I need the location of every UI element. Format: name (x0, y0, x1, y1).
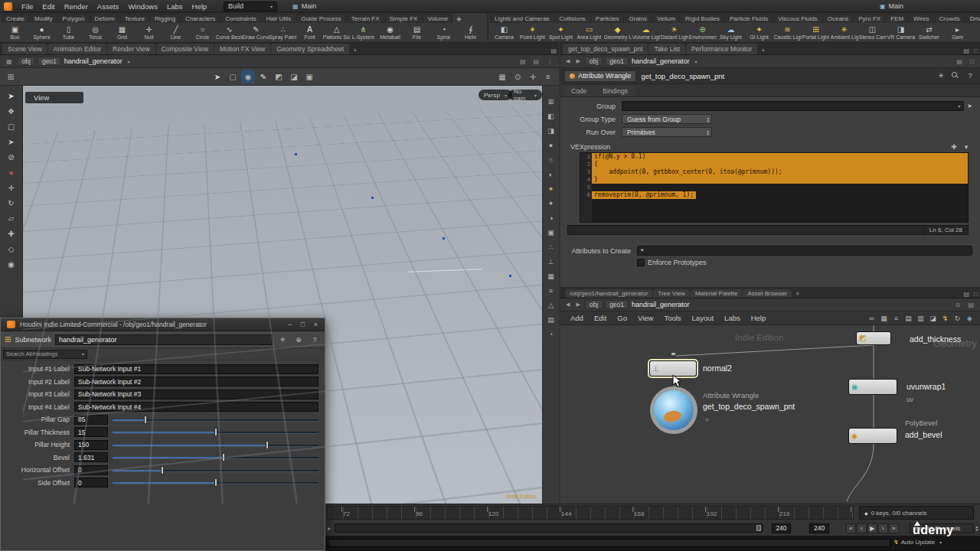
select-tool-icon[interactable]: ➤ (4, 90, 19, 103)
state-indicator-icon[interactable]: ● (4, 166, 19, 179)
shelf-tool[interactable]: ∿ Curve Bezier (216, 23, 243, 42)
shelf-tool[interactable]: ◫ Stereo Camera (858, 23, 887, 42)
enforce-prototypes-checkbox[interactable] (637, 259, 645, 266)
arrow-tool-icon[interactable]: ➤ (4, 135, 19, 148)
shelf-tab[interactable]: Create (2, 14, 29, 23)
menu-item[interactable]: Windows (123, 2, 162, 11)
pin-icon[interactable]: ⊙ (953, 302, 963, 308)
box-select-icon[interactable]: ▢ (226, 70, 240, 83)
shelf-tab[interactable]: Viscous Fluids (773, 14, 822, 23)
pane-tab[interactable]: Motion FX View (214, 44, 270, 54)
shelf-tool[interactable]: ╱ Line (162, 23, 189, 42)
path-chip[interactable]: obj (585, 57, 603, 66)
gallery-icon[interactable]: ▤ (903, 313, 914, 324)
hand-tool-icon[interactable]: ❖ (4, 105, 19, 118)
select-visible-icon[interactable]: ◩ (272, 70, 286, 83)
pane-stow-icon[interactable]: ▤ (548, 47, 559, 54)
new-pane-tab-button[interactable]: + (792, 290, 803, 298)
secure-selection-icon[interactable]: ⊘ (4, 151, 19, 164)
current-node-name[interactable]: handrail_generator (632, 57, 690, 65)
close-button[interactable]: × (309, 321, 322, 328)
network-menu-item[interactable]: Go (612, 314, 632, 322)
pane-tab[interactable]: Animation Editor (48, 44, 106, 54)
perspective-menu-button[interactable]: Persp▾ (479, 90, 512, 100)
timeline-ruler[interactable]: 72 96 120 144 16 (328, 506, 854, 520)
shelf-tab[interactable]: Grains (625, 14, 652, 23)
pane-clone-icon[interactable]: ▤ (531, 58, 541, 65)
box-pick-icon[interactable]: ▢ (4, 120, 19, 133)
lasso-select-icon[interactable]: ◉ (241, 70, 255, 83)
memory-icon[interactable]: ◔ (545, 328, 557, 340)
shelf-tab[interactable]: Volume (423, 14, 452, 23)
param-value-field[interactable]: 150 (74, 440, 108, 450)
expand-editor-icon[interactable]: ✚ (948, 143, 960, 151)
pane-tab[interactable]: Performance Monitor (686, 44, 757, 54)
nav-back-icon[interactable]: ◀ (564, 58, 571, 64)
pane-tab[interactable]: /obj/geo1/handrail_generator (565, 289, 652, 298)
menu-item[interactable]: Edit (38, 2, 59, 11)
nav-forward-icon[interactable]: ▶ (574, 302, 581, 308)
shelf-tool[interactable]: ○ Circle (189, 23, 216, 42)
points-display-icon[interactable]: ∴ (545, 241, 557, 253)
refresh-icon[interactable]: ↻ (952, 313, 963, 324)
menu-item[interactable]: Assets (93, 2, 124, 11)
new-pane-tab-button[interactable]: + (757, 47, 769, 54)
node-uvunwrap1[interactable]: ◉ (848, 379, 897, 395)
high-quality-light-icon[interactable]: ✦ (545, 197, 557, 209)
shaded-mode-icon[interactable]: ● (545, 139, 557, 151)
shelf-tool[interactable]: ☁ Volume Light (632, 23, 660, 42)
param-value-field[interactable]: 0 (74, 478, 108, 487)
shelf-tool[interactable]: ✶ Point Light (518, 23, 547, 42)
pane-tab[interactable]: Render View (107, 44, 155, 54)
update-mode-icon[interactable]: ↯ (939, 313, 951, 324)
shelf-tab[interactable]: Polygon (58, 14, 90, 23)
shelf-tab[interactable]: Terrain FX (347, 14, 384, 23)
search-icon[interactable] (952, 72, 959, 80)
shadows-icon[interactable]: ◑ (545, 212, 557, 223)
shelf-tool[interactable]: ∮ Helix (457, 23, 484, 42)
badges-icon[interactable]: ◪ (927, 313, 939, 324)
pane-tab[interactable]: Tree View (653, 289, 690, 298)
shelf-tool[interactable]: ☀ Distant Light (660, 23, 688, 42)
shelf-tab[interactable]: Vellum (652, 14, 680, 23)
end-frame-field[interactable]: 240 (809, 523, 829, 533)
materials-icon[interactable]: ▣ (545, 227, 557, 238)
prev-frame-button[interactable]: ‹ (857, 523, 867, 533)
folder-tab[interactable]: Bindings (595, 86, 635, 96)
node-name-field[interactable]: handrail_generator (55, 334, 273, 345)
shelf-tool[interactable]: ⋔ L-System (350, 23, 377, 42)
network-menu-item[interactable]: Tools (658, 314, 686, 322)
io-icon[interactable]: ⊕ (292, 336, 305, 344)
shelf-tab[interactable]: Deform (90, 14, 119, 23)
select-contained-icon[interactable]: ◪ (287, 70, 301, 83)
node-type-badge[interactable]: Attribute Wrangle (564, 70, 636, 82)
pane-stow-icon[interactable]: ▤ (962, 47, 972, 54)
playbar-spinner[interactable]: ▴▾ (975, 525, 978, 531)
auto-update-dropdown[interactable]: ↯ Auto Update ▾ (893, 539, 942, 546)
group-type-dropdown[interactable]: Guess from Group▴▾ (622, 114, 712, 124)
add-shelf-tab-button[interactable]: ✚ (452, 16, 466, 23)
find-node-icon[interactable]: ◈ (964, 313, 975, 324)
network-menu-item[interactable]: Labs (719, 314, 746, 322)
node-get-top-deco-spawn-pnt[interactable] (650, 386, 697, 434)
snap-tool-icon[interactable]: ◇ (4, 243, 19, 256)
playhead-handle[interactable] (756, 525, 761, 531)
shelf-tool[interactable]: ⇄ Switcher (915, 23, 943, 42)
shelf-tool[interactable]: ✳ Ambient Light (830, 23, 858, 42)
pane-maximize-icon[interactable]: □ (972, 47, 980, 54)
smooth-shade-icon[interactable]: ◐ (545, 168, 557, 180)
shelf-tool[interactable]: ✦ GI Light (745, 23, 773, 42)
network-menu-item[interactable]: Add (565, 314, 589, 322)
grid-snap-icon[interactable]: ▦ (878, 313, 890, 324)
shelf-tool[interactable]: ▤ File (403, 23, 430, 42)
shelf-tab[interactable]: Particle Fluids (725, 14, 773, 23)
menu-item[interactable]: Help (188, 2, 212, 11)
pane-stow-icon[interactable]: ▤ (955, 58, 965, 65)
shelf-tool[interactable]: ● Sphere (28, 23, 55, 42)
current-frame-field[interactable]: 240 (772, 523, 792, 533)
window-titlebar[interactable]: Houdini Indie Limited-Commercial - /obj/… (1, 318, 325, 331)
pane-tab[interactable]: Geometry Spreadsheet (271, 44, 349, 54)
node-add-bevel[interactable]: ◆ (848, 428, 897, 444)
vex-editor[interactable]: 1 if(@N.y > 0.1) 2 { 3 addpoint(0, getbb… (580, 152, 969, 223)
pane-maximize-icon[interactable]: □ (972, 291, 980, 298)
